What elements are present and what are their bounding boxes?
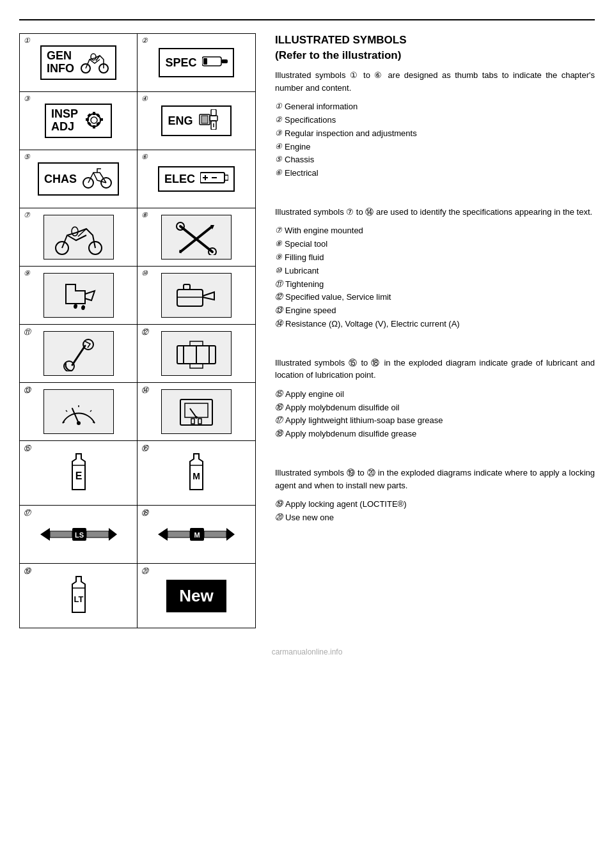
svg-rect-4 <box>221 59 228 63</box>
main-content: ① GENINFO <box>0 33 614 641</box>
cell-19: ⑲ LT <box>20 564 138 628</box>
cell-num-10: ⑩ <box>141 269 148 277</box>
list-item: ⑧ Special tool <box>275 238 595 251</box>
list-item: ② Specifications <box>275 114 595 127</box>
cell-num-5: ⑤ <box>24 153 30 161</box>
battery-icon <box>200 170 228 188</box>
list-item: ⑪ Tightening <box>275 278 595 291</box>
tab-label-spec: SPEC <box>165 56 196 70</box>
cell-elec: ⑥ ELEC <box>138 150 255 208</box>
cell-20: ⑳ New <box>138 564 255 628</box>
cell-num-4: ④ <box>141 95 148 103</box>
svg-rect-16 <box>211 109 216 116</box>
list-item: ① General information <box>275 100 595 114</box>
list-item: ⑱ Apply molybdenum disulfide grease <box>275 428 595 441</box>
sym-box-13 <box>43 389 114 434</box>
new-badge: New <box>166 580 226 612</box>
svg-rect-12 <box>87 113 91 117</box>
svg-text:M: M <box>194 531 200 539</box>
cell-8: ⑧ <box>138 208 255 266</box>
svg-point-31 <box>72 227 78 236</box>
cell-7: ⑦ <box>20 208 138 266</box>
svg-marker-68 <box>158 528 168 541</box>
grease-m-symbol: M <box>158 525 235 544</box>
cell-num-16: ⑯ <box>141 444 148 453</box>
subtitle: (Refer to the illustration) <box>275 49 595 63</box>
motorcycle-icon <box>79 49 110 76</box>
list-1: ① General information ② Specifications ③… <box>275 100 595 180</box>
cell-15: ⑮ E <box>20 441 138 505</box>
svg-rect-55 <box>185 403 208 417</box>
svg-rect-69 <box>168 531 190 538</box>
cell-chas: ⑤ CHAS <box>20 150 138 208</box>
cell-num-19: ⑲ <box>24 566 31 576</box>
sym-box-12 <box>161 331 232 376</box>
grid-row-6: ⑪ ⑫ <box>20 325 255 383</box>
cell-num-13: ⑬ <box>24 385 31 395</box>
grid-row-9: ⑰ LS <box>20 506 255 564</box>
cell-12: ⑫ <box>138 325 255 382</box>
svg-rect-66 <box>86 531 109 538</box>
grid-row-2: ③ INSPADJ <box>20 92 255 150</box>
cell-num-2: ② <box>141 36 148 45</box>
list-item: ⑤ Chassis <box>275 153 595 167</box>
list-item: ④ Engine <box>275 141 595 154</box>
cell-num-8: ⑧ <box>141 211 148 219</box>
intro-3: Illustrated symbols ⑮ to ⑱ in the explod… <box>275 357 595 382</box>
cell-num-1: ① <box>24 36 30 45</box>
list-item: ⑰ Apply lightweight lithium-soap base gr… <box>275 414 595 428</box>
svg-line-56 <box>190 408 196 417</box>
engine-icon <box>198 109 225 132</box>
cell-spec: ② SPEC <box>138 34 255 91</box>
cell-16: ⑯ M <box>138 441 255 505</box>
grid-row-10: ⑲ LT ⑳ New <box>20 564 255 628</box>
svg-line-47 <box>72 408 79 423</box>
intro-1: Illustrated symbols ① to ⑥ are designed … <box>275 69 595 94</box>
svg-rect-21 <box>201 116 208 123</box>
sym-box-10 <box>161 273 232 318</box>
list-item: ⑳ Use new one <box>275 511 595 525</box>
loctite-lt-symbol: LT <box>66 575 91 617</box>
cell-eng: ④ ENG <box>138 92 255 150</box>
grease-ls-symbol: LS <box>40 525 117 544</box>
svg-rect-5 <box>203 58 207 65</box>
sym-box-7 <box>43 215 114 260</box>
svg-text:LS: LS <box>74 531 83 539</box>
footer-watermark: carmanualonline.info <box>0 641 614 669</box>
list-item: ⑫ Specified value, Service limit <box>275 291 595 304</box>
grid-row-3: ⑤ CHAS ⑥ ELEC <box>20 150 255 208</box>
cell-14: ⑭ <box>138 383 255 440</box>
svg-rect-38 <box>177 290 203 306</box>
list-4: ⑲ Apply locking agent (LOCTITE®) ⑳ Use n… <box>275 498 595 525</box>
cell-num-11: ⑪ <box>24 327 31 337</box>
wrench-icon <box>202 52 228 74</box>
svg-rect-59 <box>198 419 201 424</box>
cell-num-18: ⑱ <box>141 508 148 518</box>
tab-box-chas: CHAS <box>38 162 119 196</box>
cell-18: ⑱ M <box>138 506 255 563</box>
tab-box-gen-info: GENINFO <box>40 45 116 80</box>
svg-point-7 <box>91 117 97 123</box>
cell-num-3: ③ <box>24 95 30 103</box>
list-item: ⑬ Engine speed <box>275 304 595 318</box>
lube-m-symbol: M <box>184 453 209 494</box>
cell-num-9: ⑨ <box>24 269 30 277</box>
sym-box-9 <box>43 273 114 318</box>
tab-label-gen-info: GENINFO <box>47 50 74 75</box>
svg-point-48 <box>77 421 81 425</box>
cell-insp-adj: ③ INSPADJ <box>20 92 138 150</box>
cell-17: ⑰ LS <box>20 506 138 563</box>
grid-row-4: ⑦ ⑧ <box>20 208 255 267</box>
svg-rect-10 <box>86 118 89 121</box>
svg-rect-72 <box>204 531 226 538</box>
grid-row-7: ⑬ ⑭ <box>20 383 255 441</box>
list-item: ③ Regular inspection and adjustments <box>275 127 595 141</box>
svg-marker-62 <box>40 528 50 541</box>
tab-box-insp: INSPADJ <box>45 104 112 138</box>
list-item: ⑭ Resistance (Ω), Voltage (V), Electric … <box>275 318 595 331</box>
tab-label-chas: CHAS <box>44 173 77 186</box>
svg-rect-58 <box>191 419 194 424</box>
cell-10: ⑩ <box>138 267 255 324</box>
svg-point-2 <box>91 54 96 60</box>
sym-box-14 <box>161 389 232 434</box>
